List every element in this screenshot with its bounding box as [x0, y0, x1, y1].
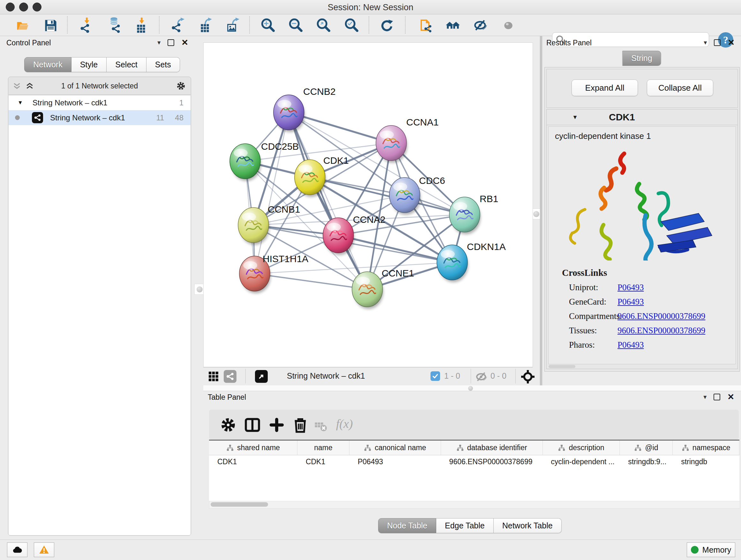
import-table-icon[interactable] [133, 17, 150, 34]
splitter-handle[interactable] [468, 386, 473, 391]
column-label: @id [645, 443, 658, 452]
node-CDKN1A[interactable] [437, 245, 468, 282]
refresh-view-glyph [379, 17, 395, 34]
panel-menu-icon[interactable]: ▾ [704, 39, 707, 46]
export-image-icon[interactable] [225, 17, 241, 34]
export-table-icon[interactable] [197, 17, 214, 34]
grid-view-icon[interactable] [208, 371, 219, 382]
column-header-name[interactable]: name [297, 441, 349, 455]
detach-view-icon[interactable] [255, 370, 268, 383]
collapse-all-button[interactable]: Collapse All [647, 79, 713, 96]
node-CCNB2[interactable] [273, 95, 305, 132]
entry-header[interactable]: ▼ CDK1 [547, 110, 738, 125]
close-panel-icon[interactable]: ✕ [728, 40, 735, 45]
new-network-from-selection-icon[interactable] [417, 17, 434, 34]
zoom-selected-icon[interactable] [343, 17, 360, 34]
crosslink-link[interactable]: 9606.ENSP00000378699 [617, 326, 705, 335]
zoom-in-icon[interactable] [260, 17, 276, 34]
tree-expand-icon[interactable]: ▼ [17, 100, 23, 106]
show-columns-icon[interactable] [244, 417, 261, 433]
column-label: shared name [237, 443, 280, 452]
edge-CCNB2-HIST1H1A[interactable] [255, 112, 289, 273]
node-CCNA2[interactable] [323, 218, 354, 255]
export-table-glyph [197, 17, 214, 34]
zoom-fit-icon[interactable] [315, 17, 332, 34]
node-CDC6[interactable] [389, 178, 421, 215]
node-CDC25B[interactable] [230, 144, 261, 181]
tab-style[interactable]: Style [71, 57, 107, 72]
tab-string[interactable]: String [622, 51, 661, 66]
tab-select[interactable]: Select [107, 57, 146, 72]
show-all-icon[interactable] [500, 17, 516, 34]
memory-button[interactable]: Memory [687, 543, 735, 557]
crosslink-link[interactable]: P06493 [617, 297, 644, 307]
column-header-canonical-name[interactable]: canonical name [349, 441, 441, 455]
float-panel-icon[interactable] [714, 394, 720, 400]
tab-node-table[interactable]: Node Table [378, 518, 436, 533]
table-row[interactable]: CDK1CDK1P064939606.ENSP00000378699cyclin… [209, 455, 739, 469]
results-panel-divider[interactable] [540, 36, 542, 390]
table-options-gear-icon[interactable] [220, 417, 237, 433]
node-CDK1[interactable] [294, 160, 326, 197]
zoom-out-icon[interactable] [287, 17, 304, 34]
node-CCNE1[interactable] [352, 272, 383, 309]
node-CCNB1[interactable] [238, 207, 269, 245]
create-column-icon[interactable] [268, 417, 285, 433]
delete-columns-trash-icon[interactable] [292, 417, 309, 433]
open-session-icon[interactable] [14, 17, 31, 34]
crosslink-link[interactable]: 9606.ENSP00000378699 [617, 311, 705, 321]
first-neighbors-icon[interactable] [445, 17, 461, 34]
column-header-shared-name[interactable]: shared name [209, 441, 297, 455]
float-panel-icon[interactable] [167, 39, 174, 46]
network-view-title: String Network – cdk1 [287, 371, 365, 381]
close-panel-icon[interactable]: ✕ [181, 40, 188, 45]
scrollbar-thumb[interactable] [211, 502, 268, 507]
network-options-gear-icon[interactable] [176, 81, 186, 91]
import-database-icon[interactable] [106, 17, 123, 34]
column-header-namespace[interactable]: namespace [673, 441, 739, 455]
entry-scrollbar[interactable] [549, 365, 576, 368]
column-header-description[interactable]: description [543, 441, 620, 455]
edge-HIST1H1A-CCNE1[interactable] [255, 273, 367, 289]
hide-selected-icon[interactable] [472, 17, 489, 34]
crosslink-link[interactable]: P06493 [617, 340, 644, 350]
cloud-status-button[interactable] [7, 543, 27, 557]
network-row[interactable]: String Network – cdk1 11 48 [9, 110, 191, 125]
import-network-icon[interactable] [78, 17, 95, 34]
results-panel: Results Panel ▾ ✕ String Expand All Coll… [542, 36, 741, 385]
left-splitter[interactable] [195, 43, 203, 367]
node-RB1[interactable] [449, 197, 481, 234]
new-network-from-selection-glyph [417, 17, 434, 34]
save-session-icon[interactable] [42, 17, 59, 34]
column-header-database-identifier[interactable]: database identifier [441, 441, 543, 455]
panel-menu-icon[interactable]: ▾ [703, 393, 706, 401]
table-hscrollbar[interactable] [209, 501, 740, 509]
network-list-box: 1 of 1 Network selected ▼ String Network… [8, 77, 191, 536]
hidden-eye-icon[interactable] [476, 371, 487, 382]
tab-network-table[interactable]: Network Table [494, 518, 562, 533]
selected-checkbox-icon[interactable] [430, 371, 440, 381]
tab-sets[interactable]: Sets [146, 57, 180, 72]
column-header-@id[interactable]: @id [620, 441, 673, 455]
right-splitter[interactable] [532, 43, 540, 367]
expand-all-button[interactable]: Expand All [571, 79, 638, 96]
refresh-view-icon[interactable] [379, 17, 395, 34]
panel-menu-icon[interactable]: ▾ [157, 39, 160, 46]
node-CCNA1[interactable] [376, 125, 407, 163]
network-canvas[interactable]: CCNB2CCNA1CDC25BCDK1CDC6RB1CCNB1CCNA2CDK… [203, 43, 533, 367]
table-panel-splitter[interactable] [203, 385, 741, 391]
entry-collapse-icon[interactable]: ▼ [572, 114, 578, 121]
float-panel-icon[interactable] [714, 39, 721, 46]
network-view-share-icon[interactable] [224, 370, 237, 383]
tab-network[interactable]: Network [24, 57, 71, 72]
collection-count: 1 [179, 98, 184, 107]
warnings-button[interactable] [34, 543, 54, 557]
fit-selected-crosshair-icon[interactable] [521, 370, 535, 383]
expand-collapse-box: Expand All Collapse All [546, 69, 738, 108]
network-collection-row[interactable]: ▼ String Network – cdk1 1 [9, 95, 191, 110]
export-network-icon[interactable] [170, 17, 186, 34]
tab-edge-table[interactable]: Edge Table [436, 518, 494, 533]
window-title: Session: New Session [0, 3, 741, 12]
crosslink-link[interactable]: P06493 [617, 283, 644, 293]
close-panel-icon[interactable]: ✕ [727, 394, 734, 400]
